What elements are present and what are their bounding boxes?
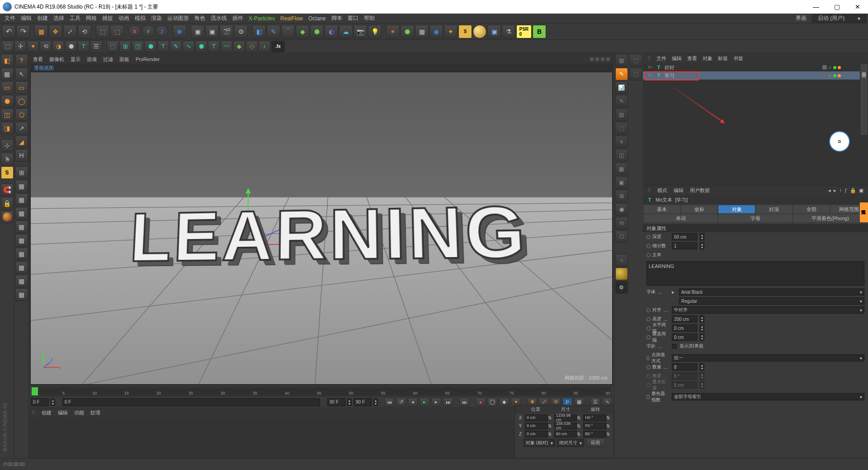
obj-menu-edit[interactable]: 编辑 <box>672 55 682 62</box>
autokey-button[interactable]: ◯ <box>487 398 497 407</box>
psr-button[interactable]: PSR0 <box>516 25 532 38</box>
mat-menu-tex[interactable]: 纹理 <box>90 409 100 416</box>
menu-realflow[interactable]: RealFlow <box>278 14 306 23</box>
misc-icon-4[interactable]: ▦ <box>15 221 28 233</box>
layer-dot[interactable] <box>822 73 827 78</box>
object-tree[interactable]: ⊢ T 好好 ✓ ⊢ T 学习 ✓ ✿ <box>643 63 868 185</box>
spline-pen-button[interactable]: ✎ <box>267 25 280 38</box>
timeline-end-field-2[interactable]: 90 F <box>354 398 372 406</box>
attr-nav-up-icon[interactable]: ↑ <box>839 188 842 193</box>
camera-button[interactable]: 📷 <box>354 25 367 38</box>
view-menu-filter[interactable]: 过滤 <box>103 56 113 63</box>
menu-snap[interactable]: 捕捉 <box>99 14 116 23</box>
redo-button[interactable]: ↷ <box>16 25 30 38</box>
spinner-icon[interactable]: ▴▾ <box>700 315 704 323</box>
menu-help[interactable]: 帮助 <box>361 14 377 23</box>
rtool-14[interactable]: ⎔ <box>615 230 628 243</box>
menu-anim[interactable]: 动画 <box>116 14 132 23</box>
rtool-5[interactable]: ▤ <box>615 108 628 121</box>
view-nav-icon[interactable] <box>590 57 594 61</box>
timeline-start-field[interactable]: 0 F <box>31 398 49 406</box>
point-mode-button[interactable]: ⬣ <box>1 95 14 108</box>
obj-menu-bm[interactable]: 书签 <box>733 55 743 62</box>
misc-icon-8[interactable]: ▦ <box>15 275 28 287</box>
rot-b-field[interactable]: B 0 ° <box>583 431 606 437</box>
texture-mode-button[interactable]: ▦ <box>1 68 14 80</box>
size-y-field[interactable]: 158.036 cm <box>554 423 577 429</box>
menu-window[interactable]: 窗口 <box>345 14 361 23</box>
select-live-button[interactable]: ▦ <box>34 25 48 38</box>
render-view-button[interactable]: ▣ <box>191 25 204 38</box>
render-settings-button[interactable]: ⚙ <box>234 25 248 38</box>
cloner-button[interactable]: ⬚ <box>107 41 118 52</box>
rot-p-field[interactable]: P 0 ° <box>583 423 606 429</box>
layer-dot[interactable] <box>822 65 827 70</box>
rotate-button[interactable]: ⟲ <box>78 25 91 38</box>
loop-button[interactable]: ↺ <box>396 398 406 407</box>
rf-s-button[interactable]: S <box>458 25 472 38</box>
keyframe-button[interactable]: ◆ <box>499 398 509 407</box>
attr-menu-user[interactable]: 用户数据 <box>690 187 710 194</box>
spinner-icon[interactable]: ▴▾ <box>700 242 704 249</box>
coord-system-button[interactable]: ⊕ <box>173 25 186 38</box>
model-mode-button[interactable]: ◧ <box>1 54 14 67</box>
spinner-icon[interactable]: ▴▾ <box>700 334 704 341</box>
tab-phong[interactable]: 平滑着色(Phong) <box>793 214 867 222</box>
undo-button[interactable]: ↶ <box>2 25 15 38</box>
rtool-8[interactable]: ◫ <box>615 149 628 162</box>
close-button[interactable]: ✕ <box>847 0 868 14</box>
menu-script[interactable]: 脚本 <box>329 14 345 23</box>
obj-menu-obj[interactable]: 对象 <box>703 55 712 62</box>
obj-menu-view[interactable]: 查看 <box>687 55 697 62</box>
fracture-button[interactable]: ◫ <box>132 41 144 52</box>
mat-menu-create[interactable]: 创建 <box>42 409 52 416</box>
side-dock-tab[interactable]: 内容浏览器 构造 <box>860 63 868 136</box>
cursor-icon[interactable]: ↖ <box>15 68 28 80</box>
attr-nav-back-icon[interactable]: ◂ <box>828 188 831 193</box>
phong-tag-icon[interactable] <box>838 74 841 77</box>
axis-z-toggle[interactable]: Z <box>156 25 168 38</box>
menu-xparticles[interactable]: X-Particles <box>246 14 278 23</box>
spline-arc-button[interactable]: ⌒ <box>281 25 295 38</box>
move-tool-icon[interactable]: ↗ <box>15 122 28 135</box>
mograph-t-button[interactable]: T <box>208 41 220 52</box>
enable-axis-button[interactable]: ⊹ <box>1 139 14 152</box>
attr-new-icon[interactable]: ▣ <box>859 188 863 193</box>
goto-start-button[interactable]: ⏮ <box>384 398 394 407</box>
b-button[interactable]: B <box>533 25 546 38</box>
menu-pipeline[interactable]: 流水线 <box>208 14 230 23</box>
subd-field[interactable]: 1 <box>672 242 697 249</box>
tool-a6[interactable]: ⬣ <box>65 41 77 52</box>
size-x-field[interactable]: 1159.98 cm <box>554 414 577 421</box>
interp-dropdown[interactable]: 统一▾ <box>672 354 864 362</box>
tab-object[interactable]: 对象 <box>718 205 755 213</box>
sound-eff-button[interactable]: ♪ <box>259 41 270 52</box>
rtool-7[interactable]: ≡ <box>615 136 628 148</box>
menu-mograph[interactable]: 运动图形 <box>165 14 192 23</box>
rot-h-field[interactable]: H 0 ° <box>583 414 606 421</box>
poly-mode-button[interactable]: ◨ <box>1 122 14 135</box>
view-menu-view[interactable]: 查看 <box>33 56 43 63</box>
move-button[interactable]: ✥ <box>49 25 62 38</box>
pos-x-field[interactable]: 0 cm <box>525 414 548 421</box>
obj-menu-tag[interactable]: 标签 <box>718 55 728 62</box>
xp-cache-button[interactable]: ▦ <box>415 25 429 38</box>
view-menu-panel[interactable]: 面板 <box>119 56 129 63</box>
rtool-6[interactable]: ⬚ <box>615 122 628 135</box>
lasso-select-icon[interactable]: ◯ <box>15 95 28 108</box>
timeline[interactable]: 051015202530354045505560657075808590 <box>29 386 614 396</box>
attr-func-icon[interactable]: ƒ <box>844 188 847 193</box>
rtool-15[interactable]: ⊹ <box>615 254 628 267</box>
visible-icon[interactable]: ✓ <box>828 65 832 70</box>
view-nav-icon[interactable] <box>601 57 604 61</box>
tool-text[interactable]: T <box>78 41 90 52</box>
mat-menu-edit[interactable]: 编辑 <box>58 409 68 416</box>
menu-select[interactable]: 选择 <box>51 14 67 23</box>
rtool-3[interactable]: 📊 <box>615 81 628 94</box>
view-nav-icon[interactable] <box>606 57 610 61</box>
help-icon[interactable]: ? <box>15 54 28 67</box>
timeline-current-field[interactable]: 0 F <box>62 398 320 406</box>
light-button[interactable]: 💡 <box>368 25 382 38</box>
edge-mode-button[interactable]: ◫ <box>1 108 14 121</box>
misc-icon-3[interactable]: ▦ <box>15 207 28 220</box>
